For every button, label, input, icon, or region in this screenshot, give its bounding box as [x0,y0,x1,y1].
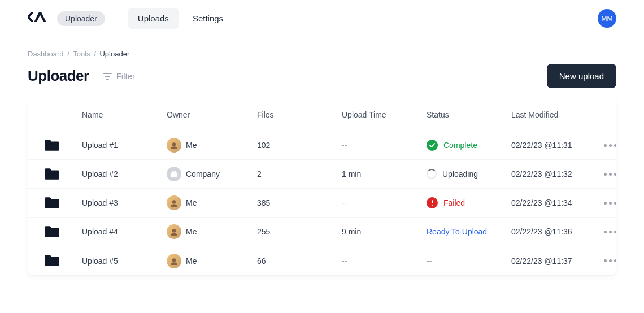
svg-point-7 [172,200,176,203]
page-title: Uploader [28,67,89,85]
owner-label: Me [186,257,197,266]
spinner-icon [427,169,437,179]
svg-rect-9 [432,200,433,203]
status-cell: Ready To Upload [427,227,511,236]
more-menu-icon[interactable] [596,259,616,262]
table-row[interactable]: Upload #5Me66----02/22/23 @11:37 [28,246,616,275]
status-label: Uploading [442,169,478,179]
owner-label: Company [186,169,220,179]
col-upload-time: Upload Time [342,110,427,119]
nav-settings[interactable]: Settings [182,8,233,29]
files-count: 385 [257,198,342,207]
owner-label: Me [186,141,197,150]
folder-icon [45,230,59,239]
new-upload-button[interactable]: New upload [547,64,616,88]
svg-rect-10 [432,205,433,206]
last-modified: 02/22/23 @11:37 [511,257,596,266]
app-header: Uploader Uploads Settings MM [0,0,644,37]
owner-cell: Me [167,195,257,210]
svg-point-8 [171,204,177,207]
filter-button[interactable]: Filter [103,71,135,81]
col-status: Status [427,110,511,119]
upload-name: Upload #5 [82,257,167,266]
owner-cell: Me [167,138,257,153]
status-cell: Complete [427,140,511,151]
owner-cell: Me [167,254,257,268]
filter-icon [103,72,112,80]
breadcrumb-item[interactable]: Dashboard [28,50,64,58]
title-row: Uploader Filter New upload [0,58,644,98]
last-modified: 02/22/23 @11:34 [511,198,596,207]
filter-label: Filter [116,71,135,81]
more-menu-icon[interactable] [596,144,616,147]
table-row[interactable]: Upload #3Me385--Failed02/22/23 @11:34 [28,189,616,218]
files-count: 66 [257,257,342,266]
breadcrumb-current: Uploader [99,50,129,58]
owner-label: Me [186,227,197,236]
last-modified: 02/22/23 @11:31 [511,141,596,150]
files-count: 102 [257,141,342,150]
folder-icon [45,144,59,153]
last-modified: 02/22/23 @11:32 [511,169,596,179]
col-files: Files [257,110,342,119]
upload-name: Upload #2 [82,169,167,179]
more-menu-icon[interactable] [596,173,616,176]
svg-point-14 [171,262,177,265]
person-avatar-icon [167,195,181,210]
upload-time: -- [342,257,427,266]
col-last-modified: Last Modified [511,110,596,119]
files-count: 2 [257,169,342,179]
person-avatar-icon [167,254,181,268]
briefcase-icon [167,167,181,181]
breadcrumb-item[interactable]: Tools [73,50,90,58]
col-name: Name [82,110,167,119]
svg-rect-6 [172,171,175,173]
owner-cell: Company [167,167,257,181]
more-menu-icon[interactable] [596,231,616,233]
upload-time: 1 min [342,169,427,179]
status-label[interactable]: Ready To Upload [427,227,487,236]
upload-name: Upload #4 [82,227,167,236]
svg-point-12 [171,233,177,236]
owner-label: Me [186,198,197,207]
app-logo [28,12,50,25]
files-count: 255 [257,227,342,236]
owner-cell: Me [167,224,257,239]
col-owner: Owner [167,110,257,119]
user-avatar[interactable]: MM [598,9,616,28]
table-header: Name Owner Files Upload Time Status Last… [28,98,616,131]
check-circle-icon [427,140,438,151]
upload-time: -- [342,141,427,150]
upload-time: -- [342,198,427,207]
status-cell: -- [427,257,511,266]
svg-point-4 [171,146,177,149]
status-label: Complete [443,141,477,150]
folder-icon [45,201,59,210]
app-name-pill: Uploader [57,11,105,26]
breadcrumb-separator: / [92,50,98,58]
svg-point-11 [172,229,176,232]
status-label: Failed [443,198,465,207]
table-row[interactable]: Upload #4Me2559 minReady To Upload02/22/… [28,218,616,246]
person-avatar-icon [167,224,181,239]
status-cell: Failed [427,197,511,208]
breadcrumb: Dashboard / Tools / Uploader [0,37,644,58]
folder-icon [45,259,59,268]
svg-rect-5 [171,172,177,177]
svg-point-13 [172,258,176,262]
table-row[interactable]: Upload #2Company21 minUploading02/22/23 … [28,160,616,189]
person-avatar-icon [167,138,181,153]
upload-name: Upload #3 [82,198,167,207]
last-modified: 02/22/23 @11:36 [511,227,596,236]
nav-uploads[interactable]: Uploads [128,8,179,29]
breadcrumb-separator: / [66,50,71,58]
folder-icon [45,172,59,181]
upload-time: 9 min [342,227,427,236]
svg-point-3 [172,142,176,146]
status-cell: Uploading [427,169,511,179]
table-row[interactable]: Upload #1Me102--Complete02/22/23 @11:31 [28,131,616,160]
uploads-table: Name Owner Files Upload Time Status Last… [28,98,616,275]
main-nav: Uploads Settings [128,8,233,29]
more-menu-icon[interactable] [596,202,616,205]
upload-name: Upload #1 [82,141,167,150]
